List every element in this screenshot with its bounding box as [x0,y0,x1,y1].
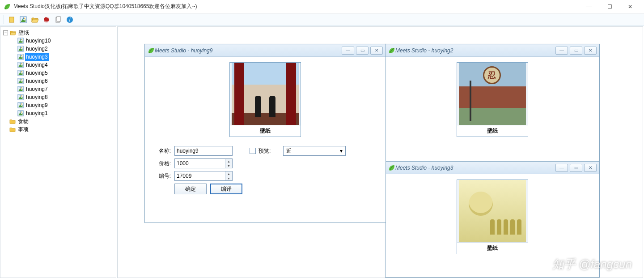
image-file-icon [17,46,24,52]
preview-image [457,180,528,243]
compile-button[interactable]: 编译 [210,184,242,194]
collapse-icon[interactable]: − [3,30,8,35]
chevron-down-icon: ▾ [340,148,343,154]
distance-value: 近 [286,147,292,155]
tree-item-label: huoying9 [25,101,49,109]
image-file-icon [17,110,24,116]
child-titlebar[interactable]: Meets Studio - huoying9 — ▭ ✕ [145,44,386,57]
child-minimize-button[interactable]: — [555,164,568,172]
child-title: Meets Studio - huoying2 [395,47,554,54]
tree-pane[interactable]: − 壁纸 huoying10huoying2huoying3huoying4hu… [0,26,116,278]
tree-item-huoying10[interactable]: huoying10 [10,37,115,45]
tree-item-label: huoying5 [25,69,49,77]
id-input[interactable] [174,171,233,181]
tree-folder-label: 事项 [17,125,30,133]
child-window-huoying2[interactable]: Meets Studio - huoying2 — ▭ ✕ 忍 壁纸 [385,44,600,175]
tree-item-huoying8[interactable]: huoying8 [10,93,115,101]
child-maximize-button[interactable]: ▭ [570,47,582,55]
minimize-button[interactable]: — [579,0,599,13]
app-leaf-icon [148,47,155,54]
tree-folder-food[interactable]: 食物 [2,117,115,125]
child-minimize-button[interactable]: — [555,47,568,55]
tree-item-label: huoying10 [25,37,51,45]
edit-form: 名称: 预览: 近 ▾ 价格: [148,146,382,199]
tree-item-label: huoying6 [25,77,49,85]
name-input[interactable] [174,146,233,156]
preview-card: 壁纸 [229,62,301,137]
svg-rect-6 [57,17,60,21]
tree-folder-label: 食物 [17,117,30,125]
card-icon[interactable] [53,15,63,25]
folder-open-icon [10,30,16,35]
preview-card: 壁纸 [457,180,528,254]
spinner-up-icon[interactable]: ▲ [225,171,232,176]
image-file-icon [17,102,24,108]
swirl-icon[interactable] [42,15,51,25]
price-input[interactable] [174,158,233,168]
folder-icon [9,127,16,132]
tree-item-huoying3[interactable]: huoying3 [10,53,115,61]
tree-item-huoying5[interactable]: huoying5 [10,69,115,77]
close-button[interactable]: ✕ [620,0,640,13]
spinner-down-icon[interactable]: ▼ [225,163,232,168]
main-toolbar: i [0,13,644,26]
tree: − 壁纸 huoying10huoying2huoying3huoying4hu… [1,29,115,133]
child-minimize-button[interactable]: — [342,47,354,55]
preview-checkbox[interactable] [250,148,256,154]
svg-text:i: i [69,17,71,23]
child-maximize-button[interactable]: ▭ [356,47,369,55]
tree-item-huoying7[interactable]: huoying7 [10,85,115,93]
distance-select[interactable]: 近 ▾ [283,146,346,156]
folder-icon [9,119,16,124]
tree-item-label: huoying2 [25,45,49,53]
tree-item-huoying2[interactable]: huoying2 [10,45,115,53]
tree-item-label: huoying3 [25,53,49,61]
spinner-down-icon[interactable]: ▼ [225,176,232,180]
folder-open-icon[interactable] [30,15,40,25]
app-leaf-icon [388,47,395,54]
preview-checkbox-label: 预览: [258,147,271,155]
tree-folder-items[interactable]: 事项 [2,125,115,133]
app-leaf-icon [388,164,395,171]
preview-image: 忍 [457,63,528,125]
tree-item-huoying9[interactable]: huoying9 [10,101,115,109]
preview-image [230,63,301,125]
image-file-icon [17,54,24,60]
child-maximize-button[interactable]: ▭ [570,164,582,172]
tree-item-huoying4[interactable]: huoying4 [10,61,115,69]
name-label: 名称: [153,147,171,155]
main-titlebar: Meets Studio汉化版(拓麻歌子中文资源QQ群1040518665欢迎各… [0,0,644,13]
child-close-button[interactable]: ✕ [584,164,597,172]
child-titlebar[interactable]: Meets Studio - huoying2 — ▭ ✕ [386,44,599,57]
yellow-doc-icon[interactable] [7,15,17,25]
tree-item-label: huoying7 [25,85,49,93]
tree-item-label: huoying1 [25,109,49,117]
price-label: 价格: [153,160,171,167]
app-leaf-icon [4,3,11,10]
child-close-button[interactable]: ✕ [584,47,597,55]
tree-root-label: 壁纸 [17,29,30,37]
tree-root-wallpaper[interactable]: − 壁纸 [2,29,115,37]
child-window-huoying9[interactable]: Meets Studio - huoying9 — ▭ ✕ 壁纸 名称: [144,44,386,223]
preview-card: 忍 壁纸 [457,62,528,137]
child-titlebar[interactable]: Meets Studio - huoying3 — ▭ ✕ [386,162,599,174]
tree-item-huoying1[interactable]: huoying1 [10,109,115,117]
image-file-icon [17,70,24,76]
info-icon[interactable]: i [65,15,75,25]
child-close-button[interactable]: ✕ [370,47,383,55]
image-file-icon [17,86,24,92]
preview-caption: 壁纸 [457,125,528,137]
image-file-icon [17,62,24,68]
image-down-icon[interactable] [18,15,28,25]
spinner-up-icon[interactable]: ▲ [225,159,232,163]
image-file-icon [17,78,24,84]
id-label: 编号: [153,172,171,180]
child-window-huoying3[interactable]: Meets Studio - huoying3 — ▭ ✕ 壁纸 [385,161,600,278]
ok-button[interactable]: 确定 [174,184,207,194]
tree-item-huoying6[interactable]: huoying6 [10,77,115,85]
image-file-icon [17,38,24,44]
mdi-area: Meets Studio - huoying2 — ▭ ✕ 忍 壁纸 Meets… [117,26,643,278]
maximize-button[interactable]: ☐ [599,0,620,13]
preview-caption: 壁纸 [457,243,528,254]
svg-rect-3 [9,17,14,22]
